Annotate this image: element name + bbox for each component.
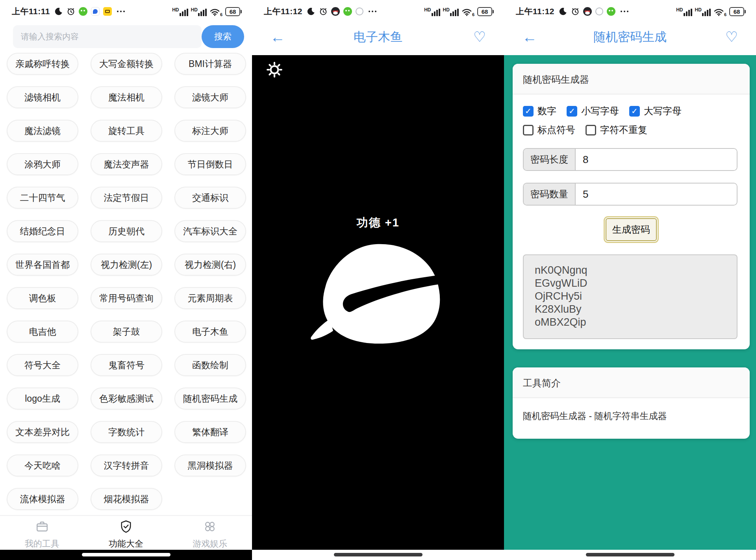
tool-button[interactable]: 标注大师 <box>174 120 246 142</box>
tool-button[interactable]: 调色板 <box>7 287 78 309</box>
briefcase-icon <box>35 519 49 535</box>
nav-item-功能大全[interactable]: 功能大全 <box>84 516 168 550</box>
tool-button[interactable]: 汽车标识大全 <box>174 220 246 242</box>
tool-button[interactable]: 黑洞模拟器 <box>174 454 246 477</box>
tool-button[interactable]: 视力检测(左) <box>91 254 162 276</box>
tool-button[interactable]: logo生成 <box>7 388 78 410</box>
signal-sim1-icon: HD <box>676 8 692 16</box>
checkbox-标点符号[interactable]: 标点符号 <box>523 124 575 136</box>
tool-button[interactable]: 魔法相机 <box>91 86 162 108</box>
battery-percent: 68 <box>729 7 744 16</box>
wooden-fish-icon[interactable] <box>307 242 444 345</box>
wooden-fish-canvas[interactable]: 功德 +1 <box>252 55 504 550</box>
tool-button[interactable]: 烟花模拟器 <box>91 488 162 510</box>
checkbox-label: 字符不重复 <box>600 124 647 136</box>
signal-sim1-icon: HD <box>424 8 440 16</box>
search-input[interactable]: 请输入搜索内容 <box>13 25 202 48</box>
tool-button[interactable]: 函数绘制 <box>174 354 246 376</box>
tool-button[interactable]: 符号大全 <box>7 354 78 376</box>
signal-sim2-icon: HD <box>191 8 207 16</box>
wechat-icon <box>343 7 352 16</box>
gesture-bar[interactable] <box>504 550 756 560</box>
tool-button[interactable]: 法定节假日 <box>91 187 162 209</box>
checkbox-box-icon[interactable] <box>629 106 640 117</box>
tool-button[interactable]: 鬼畜符号 <box>91 354 162 376</box>
checkbox-数字[interactable]: 数字 <box>523 105 556 117</box>
merit-toast: 功德 +1 <box>252 215 504 231</box>
tool-button[interactable]: 涂鸦大师 <box>7 153 78 175</box>
home-indicator <box>82 553 170 556</box>
settings-gear-icon[interactable] <box>266 61 283 78</box>
field-value-input[interactable]: 8 <box>576 149 737 170</box>
tool-button[interactable]: 结婚纪念日 <box>7 220 78 242</box>
tool-button[interactable]: 旋转工具 <box>91 120 162 142</box>
bubble-ring-icon <box>356 7 363 15</box>
tool-button[interactable]: 字数统计 <box>91 421 162 443</box>
wooden-fish-screen: 上午11:12 HD HD 6 68 <box>252 0 504 560</box>
generate-password-button[interactable]: 生成密码 <box>606 218 657 241</box>
dnd-moon-icon <box>559 7 567 16</box>
tool-button[interactable]: 节日倒数日 <box>174 153 246 175</box>
checkbox-box-icon[interactable] <box>523 106 534 117</box>
nav-item-我的工具[interactable]: 我的工具 <box>0 516 84 550</box>
tool-button[interactable]: 架子鼓 <box>91 321 162 343</box>
field-value-input[interactable]: 5 <box>576 184 737 205</box>
tool-button[interactable]: 二十四节气 <box>7 187 78 209</box>
tool-button[interactable]: 视力检测(右) <box>174 254 246 276</box>
alarm-icon <box>67 7 75 16</box>
tool-button[interactable]: 电子木鱼 <box>174 321 246 343</box>
tool-button[interactable]: 历史朝代 <box>91 220 162 242</box>
search-button[interactable]: 搜索 <box>202 25 244 48</box>
clock-time: 上午11:12 <box>516 6 554 17</box>
tool-button[interactable]: 滤镜大师 <box>174 86 246 108</box>
tool-button[interactable]: 色彩敏感测试 <box>91 388 162 410</box>
checkbox-字符不重复[interactable]: 字符不重复 <box>586 124 647 136</box>
gesture-bar[interactable] <box>252 550 504 560</box>
tool-button[interactable]: 亲戚称呼转换 <box>7 53 78 75</box>
tool-button[interactable]: 交通标识 <box>174 187 246 209</box>
bottom-navigation: 我的工具功能大全游戏娱乐 <box>0 515 252 550</box>
generator-card: 随机密码生成器 数字小写字母大写字母标点符号字符不重复 密码长度8密码数量5 生… <box>513 64 750 349</box>
nav-item-游戏娱乐[interactable]: 游戏娱乐 <box>168 516 252 550</box>
tool-button[interactable]: BMI计算器 <box>174 53 246 75</box>
checkbox-大写字母[interactable]: 大写字母 <box>629 105 682 117</box>
tool-button[interactable]: 大写金额转换 <box>91 53 162 75</box>
tool-button[interactable]: 魔法滤镜 <box>7 120 78 142</box>
tool-button[interactable]: 文本差异对比 <box>7 421 78 443</box>
qq-icon <box>331 7 340 16</box>
qq-icon <box>583 7 592 16</box>
bubble-ring-icon <box>595 7 603 15</box>
nav-label: 功能大全 <box>109 538 143 550</box>
tool-button[interactable]: 繁体翻译 <box>174 421 246 443</box>
tool-button[interactable]: 滤镜相机 <box>7 86 78 108</box>
yellow-app-icon <box>103 7 112 16</box>
checkbox-小写字母[interactable]: 小写字母 <box>567 105 619 117</box>
checkbox-label: 数字 <box>537 105 556 117</box>
favorite-heart-icon[interactable]: ♡ <box>473 30 486 44</box>
battery-icon: 68 <box>729 7 746 16</box>
tool-button[interactable]: 电吉他 <box>7 321 78 343</box>
checkbox-box-icon[interactable] <box>523 125 534 135</box>
password-results[interactable] <box>523 254 737 339</box>
battery-percent: 68 <box>477 7 492 16</box>
gesture-bar[interactable] <box>0 550 252 560</box>
tool-button[interactable]: 今天吃啥 <box>7 454 78 477</box>
intro-card: 工具简介 随机密码生成器 - 随机字符串生成器 <box>513 367 750 439</box>
intro-card-title: 工具简介 <box>513 367 750 398</box>
tool-button[interactable]: 随机密码生成 <box>174 388 246 410</box>
page-title: 电子木鱼 <box>252 29 504 45</box>
checkbox-box-icon[interactable] <box>567 106 577 117</box>
favorite-heart-icon[interactable]: ♡ <box>725 30 738 44</box>
home-indicator <box>334 553 422 556</box>
tool-button[interactable]: 世界各国首都 <box>7 254 78 276</box>
checkbox-box-icon[interactable] <box>586 125 596 135</box>
tool-button[interactable]: 元素周期表 <box>174 287 246 309</box>
tool-button[interactable]: 常用号码查询 <box>91 287 162 309</box>
signal-sim2-icon: HD <box>695 8 711 16</box>
three-screenshot-strip: 上午11:11 HD HD 6 68 <box>0 0 756 560</box>
field-密码数量: 密码数量5 <box>523 183 737 206</box>
tool-button[interactable]: 汉字转拼音 <box>91 454 162 477</box>
tool-button[interactable]: 魔法变声器 <box>91 153 162 175</box>
battery-percent: 68 <box>225 7 240 16</box>
tool-button[interactable]: 流体模拟器 <box>7 488 78 510</box>
